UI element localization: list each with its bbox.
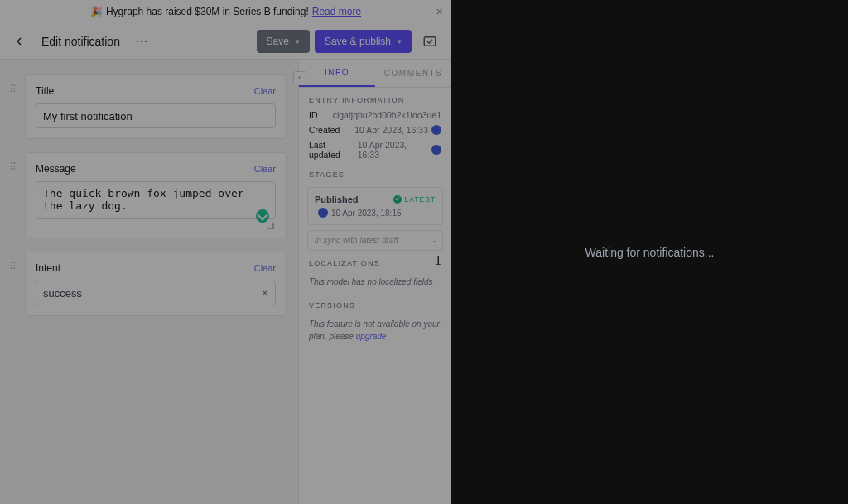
sync-dash: - [433, 236, 436, 245]
message-field: ⠿ Message Clear The quick brown fox jump… [25, 152, 287, 238]
localizations-count: 1 [435, 253, 441, 268]
announcement-text: Hygraph has raised $30M in Series B fund… [106, 6, 309, 17]
editor-pane: Edit notification ⋯ Save ▾ Save & publis… [0, 23, 451, 504]
message-clear[interactable]: Clear [254, 164, 276, 174]
sidebar-tabs: INFO COMMENTS [299, 60, 451, 88]
latest-badge: LATEST [405, 195, 436, 204]
message-label: Message [36, 163, 76, 175]
party-emoji: 🎉 [90, 6, 103, 17]
avatar-icon [431, 125, 441, 135]
svg-rect-0 [424, 36, 436, 46]
created-value: 10 Apr 2023, 16:33 [354, 125, 428, 135]
more-menu-icon[interactable]: ⋯ [132, 31, 152, 51]
updated-label: Last updated [309, 140, 358, 160]
intent-select[interactable]: success × [36, 281, 276, 305]
drag-handle-icon[interactable]: ⠿ [9, 161, 21, 173]
title-clear[interactable]: Clear [254, 86, 276, 96]
form-column: » ⠿ Title Clear ⠿ Message Clear The quic… [0, 60, 298, 504]
check-icon [393, 195, 402, 204]
sync-status: in sync with latest draft - [307, 230, 443, 251]
localizations-note: This model has no localized fields [299, 271, 451, 293]
clear-select-icon[interactable]: × [262, 286, 268, 300]
back-arrow-icon[interactable] [12, 34, 26, 49]
entry-info-heading: ENTRY INFORMATION [299, 88, 451, 108]
updated-value: 10 Apr 2023, 16:33 [358, 140, 429, 160]
intent-label: Intent [36, 262, 60, 274]
message-textarea[interactable]: The quick brown fox jumped over the lazy… [36, 181, 276, 219]
intent-field: ⠿ Intent Clear success × [25, 252, 287, 316]
preview-icon[interactable] [420, 31, 440, 51]
waiting-text: Waiting for notifications... [585, 246, 715, 259]
resize-handle-icon[interactable] [267, 223, 274, 229]
save-publish-button-label: Save & publish [325, 36, 391, 47]
published-stage-card: Published LATEST 10 Apr 2023, 18:15 [307, 187, 443, 225]
drag-handle-icon[interactable]: ⠿ [9, 84, 21, 95]
announcement-close-icon[interactable]: × [436, 5, 443, 18]
collapse-sidebar-icon[interactable]: » [293, 71, 306, 84]
chevron-down-icon: ▾ [398, 37, 402, 46]
announcement-bar: 🎉 Hygraph has raised $30M in Series B fu… [0, 0, 451, 23]
announcement-link[interactable]: Read more [312, 6, 361, 17]
id-label: ID [309, 110, 318, 120]
editor-body: » ⠿ Title Clear ⠿ Message Clear The quic… [0, 60, 451, 504]
localizations-heading: LOCALIZATIONS [309, 251, 390, 271]
intent-value: success [43, 287, 82, 300]
title-label: Title [36, 85, 54, 97]
save-publish-button[interactable]: Save & publish ▾ [315, 30, 412, 53]
avatar-icon [318, 208, 328, 218]
avatar-icon [431, 145, 441, 155]
upgrade-link[interactable]: upgrade [356, 332, 387, 341]
created-label: Created [309, 125, 340, 135]
chevron-down-icon: ▾ [296, 37, 300, 46]
title-field: ⠿ Title Clear [25, 74, 287, 139]
stage-name: Published [315, 194, 359, 204]
id-value: clgatjqbu2bd00b2k1loo3ue1 [333, 110, 441, 120]
grammarly-icon[interactable] [256, 209, 269, 223]
info-sidebar: INFO COMMENTS ENTRY INFORMATION IDclgatj… [298, 60, 451, 504]
save-button[interactable]: Save ▾ [257, 30, 310, 53]
stage-date: 10 Apr 2023, 18:15 [331, 209, 402, 218]
drag-handle-icon[interactable]: ⠿ [9, 261, 21, 272]
editor-header: Edit notification ⋯ Save ▾ Save & publis… [0, 23, 451, 60]
page-title: Edit notification [41, 35, 120, 48]
versions-heading: VERSIONS [299, 293, 451, 313]
title-input[interactable] [36, 103, 276, 128]
intent-clear[interactable]: Clear [254, 263, 276, 273]
tab-info[interactable]: INFO [299, 60, 375, 87]
sync-text: in sync with latest draft [315, 236, 398, 245]
save-button-label: Save [267, 36, 289, 47]
tab-comments[interactable]: COMMENTS [375, 60, 451, 87]
notification-panel: Waiting for notifications... [451, 0, 848, 504]
stages-heading: STAGES [299, 162, 451, 182]
versions-note: This feature is not available on your pl… [299, 313, 451, 348]
